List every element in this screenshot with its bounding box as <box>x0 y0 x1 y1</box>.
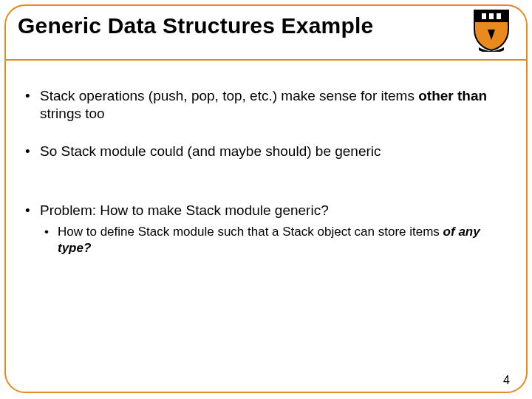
bullet-text: So Stack module could (and maybe should)… <box>40 143 381 160</box>
bullet-dot-icon: • <box>44 224 58 256</box>
bullet-dot-icon: • <box>25 143 40 160</box>
slide-title: Generic Data Structures Example <box>18 13 373 38</box>
sub-bullet-item: • How to define Stack module such that a… <box>44 224 507 256</box>
bullet-text: How to define Stack module such that a S… <box>58 224 507 256</box>
title-divider <box>4 59 528 61</box>
svg-rect-1 <box>489 13 494 19</box>
text-run: How to define Stack module such that a S… <box>58 225 443 239</box>
slide-body: • Stack operations (push, pop, top, etc.… <box>25 87 507 256</box>
svg-rect-2 <box>497 13 501 19</box>
page-number: 4 <box>503 374 510 387</box>
text-run: strings too <box>40 106 105 121</box>
bullet-text: Problem: How to make Stack module generi… <box>40 202 329 219</box>
svg-rect-0 <box>482 13 486 19</box>
shield-icon <box>471 7 511 52</box>
bullet-item: • So Stack module could (and maybe shoul… <box>25 143 507 160</box>
bullet-item: • Problem: How to make Stack module gene… <box>25 202 507 219</box>
bullet-text: Stack operations (push, pop, top, etc.) … <box>40 87 507 123</box>
text-run: Stack operations (push, pop, top, etc.) … <box>40 88 418 103</box>
bullet-dot-icon: • <box>25 87 40 123</box>
slide: Generic Data Structures Example • Stack … <box>0 0 532 399</box>
text-strong: other than <box>418 88 487 103</box>
bullet-item: • Stack operations (push, pop, top, etc.… <box>25 87 507 123</box>
bullet-dot-icon: • <box>25 202 40 219</box>
